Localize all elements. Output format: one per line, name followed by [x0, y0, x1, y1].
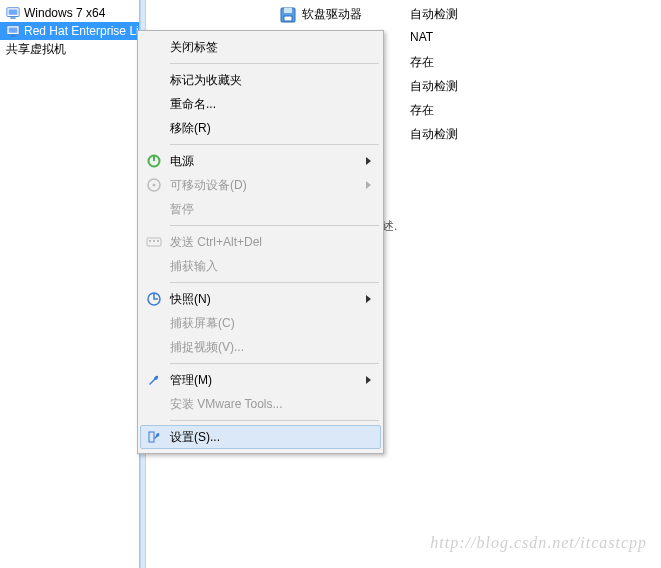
menu-separator [170, 363, 379, 364]
svg-rect-16 [157, 240, 159, 242]
svg-rect-2 [10, 17, 15, 18]
floppy-icon [280, 7, 296, 23]
submenu-arrow-icon [366, 295, 371, 303]
menu-separator [170, 282, 379, 283]
svg-rect-5 [10, 35, 15, 36]
tree-item-windows7[interactable]: Windows 7 x64 [0, 4, 139, 22]
tree-item-label: 共享虚拟机 [6, 41, 66, 58]
menu-install-vmware-tools: 安装 VMware Tools... [140, 392, 381, 416]
vm-icon [6, 6, 20, 20]
menu-pause: 暂停 [140, 197, 381, 221]
keyboard-icon [146, 234, 162, 250]
hw-name: 软盘驱动器 [302, 6, 362, 23]
svg-rect-4 [9, 28, 18, 33]
vm-icon [6, 24, 20, 38]
submenu-arrow-icon [366, 157, 371, 165]
menu-remove[interactable]: 移除(R) [140, 116, 381, 140]
menu-rename[interactable]: 重命名... [140, 92, 381, 116]
hw-value: 自动检测 [410, 79, 458, 93]
hw-value: 存在 [410, 55, 434, 69]
vm-tree-panel: Windows 7 x64 Red Hat Enterprise Linux 6… [0, 0, 140, 568]
snapshot-icon [146, 291, 162, 307]
wrench-icon [146, 372, 162, 388]
svg-rect-8 [284, 16, 292, 21]
context-menu: 关闭标签 标记为收藏夹 重命名... 移除(R) 电源 可移动设备(D) 暂停 … [137, 30, 384, 454]
menu-send-ctrl-alt-del: 发送 Ctrl+Alt+Del [140, 230, 381, 254]
hardware-row: 软盘驱动器 自动检测 [280, 6, 660, 30]
menu-settings[interactable]: 设置(S)... [140, 425, 381, 449]
tree-item-label: Windows 7 x64 [24, 6, 105, 20]
svg-rect-7 [284, 8, 292, 13]
svg-rect-14 [149, 240, 151, 242]
tree-item-redhat[interactable]: Red Hat Enterprise Linux 6 64-bit [0, 22, 139, 40]
menu-removable-devices: 可移动设备(D) [140, 173, 381, 197]
menu-close-tab[interactable]: 关闭标签 [140, 35, 381, 59]
hw-value: NAT [410, 30, 433, 44]
menu-separator [170, 144, 379, 145]
watermark: http://blog.csdn.net/itcastcpp [430, 534, 647, 552]
svg-rect-15 [153, 240, 155, 242]
menu-capture-screen: 捕获屏幕(C) [140, 311, 381, 335]
disc-icon [146, 177, 162, 193]
menu-capture-video: 捕捉视频(V)... [140, 335, 381, 359]
power-icon [146, 153, 162, 169]
hw-value: 自动检测 [410, 127, 458, 141]
tree-item-label: Red Hat Enterprise Linux 6 64-bit [24, 24, 139, 38]
menu-manage[interactable]: 管理(M) [140, 368, 381, 392]
menu-mark-favorite[interactable]: 标记为收藏夹 [140, 68, 381, 92]
hw-value: 自动检测 [410, 7, 458, 21]
tree-item-shared-vms[interactable]: 共享虚拟机 [0, 40, 139, 58]
menu-grab-input: 捕获输入 [140, 254, 381, 278]
svg-rect-18 [149, 432, 154, 442]
settings-icon [147, 429, 163, 445]
menu-separator [170, 63, 379, 64]
menu-separator [170, 420, 379, 421]
svg-point-12 [153, 184, 156, 187]
hw-value: 存在 [410, 103, 434, 117]
menu-snapshot[interactable]: 快照(N) [140, 287, 381, 311]
menu-power[interactable]: 电源 [140, 149, 381, 173]
submenu-arrow-icon [366, 181, 371, 189]
menu-separator [170, 225, 379, 226]
svg-rect-1 [9, 10, 18, 15]
submenu-arrow-icon [366, 376, 371, 384]
